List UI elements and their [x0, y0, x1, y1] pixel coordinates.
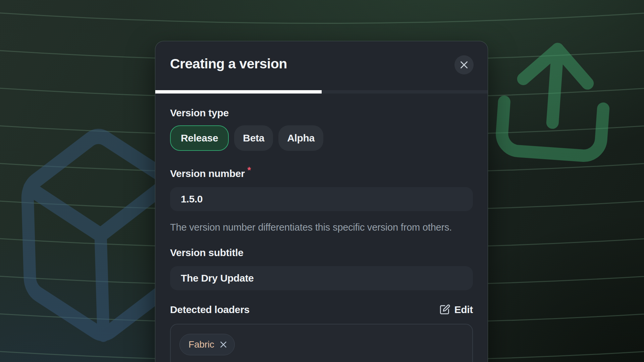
version-type-beta[interactable]: Beta	[234, 125, 273, 151]
version-subtitle-input[interactable]	[170, 266, 473, 290]
remove-x-icon	[219, 340, 228, 349]
create-version-modal: Creating a version Version type Release …	[155, 41, 488, 362]
progress-fill	[155, 90, 322, 94]
modal-title: Creating a version	[170, 56, 287, 72]
version-type-release[interactable]: Release	[170, 125, 229, 151]
version-number-label: Version number*	[170, 164, 473, 180]
modal-header: Creating a version	[155, 41, 488, 90]
detected-loaders-row: Detected loaders Edit	[170, 304, 473, 316]
version-number-help: The version number differentiates this s…	[170, 220, 465, 235]
remove-loader-button[interactable]	[219, 340, 228, 349]
version-type-options: Release Beta Alpha	[170, 125, 473, 151]
version-number-input[interactable]	[170, 187, 473, 211]
required-asterisk: *	[248, 165, 251, 175]
upload-arrow-icon	[474, 19, 635, 180]
edit-loaders-button[interactable]: Edit	[439, 304, 473, 315]
detected-loaders-label: Detected loaders	[170, 304, 250, 316]
version-type-label: Version type	[170, 107, 473, 119]
progress-track	[155, 90, 488, 94]
loader-chip-label: Fabric	[189, 339, 214, 350]
modal-body: Version type Release Beta Alpha Version …	[155, 107, 488, 362]
close-icon	[460, 60, 469, 69]
edit-pencil-icon	[439, 304, 450, 315]
loader-chip-fabric: Fabric	[179, 334, 235, 355]
version-subtitle-label: Version subtitle	[170, 247, 473, 259]
version-type-alpha[interactable]: Alpha	[278, 125, 323, 151]
close-button[interactable]	[454, 55, 474, 74]
detected-loaders-box: Fabric	[170, 324, 473, 362]
edit-label: Edit	[454, 304, 473, 315]
